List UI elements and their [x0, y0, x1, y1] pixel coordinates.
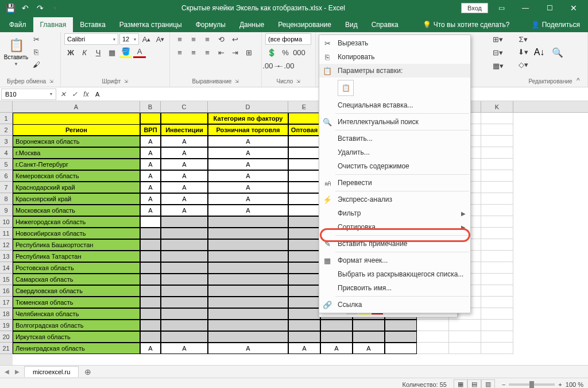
zoom-out-icon[interactable]: − — [502, 381, 505, 388]
number-format-select[interactable]: (все форма — [265, 33, 311, 45]
cm-filter[interactable]: Фильтр▶ — [319, 206, 470, 220]
cm-delete[interactable]: Удалить... — [319, 145, 470, 159]
cell[interactable]: Оптовая — [288, 124, 320, 136]
row-header[interactable]: 17 — [0, 297, 13, 308]
cell[interactable] — [353, 331, 385, 343]
cell[interactable] — [140, 297, 161, 308]
cell[interactable] — [140, 308, 161, 320]
format-painter-icon[interactable]: 🖌 — [30, 59, 42, 70]
save-icon[interactable]: 💾 — [3, 1, 17, 15]
cm-format-cells[interactable]: ▦Формат ячеек... — [319, 253, 470, 267]
cell[interactable] — [288, 297, 320, 308]
paste-option-icon[interactable]: 📋 — [338, 80, 354, 96]
copy-icon[interactable]: ⎘ — [30, 46, 42, 57]
cell[interactable] — [13, 113, 140, 124]
add-sheet-icon[interactable]: ⊕ — [79, 367, 97, 377]
merge-icon[interactable]: ⊞ — [242, 47, 255, 58]
cell[interactable]: Ленинградская область — [13, 343, 140, 354]
login-button[interactable]: Вход — [461, 3, 488, 13]
cell[interactable] — [481, 320, 513, 331]
cell[interactable]: А — [288, 343, 320, 354]
col-header[interactable]: C — [161, 101, 208, 112]
tab-view[interactable]: Вид — [338, 17, 365, 32]
cell[interactable] — [385, 331, 417, 343]
name-box[interactable]: B10▾ — [1, 89, 56, 100]
cm-define-name[interactable]: Присвоить имя... — [319, 281, 470, 295]
cell[interactable] — [288, 193, 320, 205]
select-all-corner[interactable] — [0, 101, 13, 113]
cell[interactable] — [320, 320, 353, 331]
cell[interactable] — [288, 262, 320, 274]
row-header[interactable]: 10 — [0, 216, 13, 228]
cell[interactable]: Республика Башкортостан — [13, 239, 140, 251]
tab-help[interactable]: Справка — [365, 17, 405, 32]
row-header[interactable]: 18 — [0, 308, 13, 320]
cell[interactable]: А — [208, 193, 288, 205]
cell[interactable] — [385, 343, 417, 354]
align-right-icon[interactable]: ≡ — [201, 47, 214, 58]
cell[interactable] — [481, 228, 513, 239]
orientation-icon[interactable]: ⟲ — [215, 33, 227, 45]
tab-review[interactable]: Рецензирование — [271, 17, 338, 32]
sort-filter-button[interactable]: A↓ — [531, 33, 548, 71]
ribbon-options-icon[interactable]: ▭ — [490, 0, 512, 16]
cell[interactable]: Краснодарский край — [13, 182, 140, 193]
cell[interactable]: Кемеровская область — [13, 170, 140, 182]
cell[interactable] — [288, 182, 320, 193]
fill-icon[interactable]: ⬇▾ — [517, 46, 529, 57]
cell[interactable] — [208, 239, 288, 251]
cell[interactable]: Ростовская область — [13, 262, 140, 274]
cells-format-icon[interactable]: ▦▾ — [492, 60, 504, 71]
cell[interactable]: Самарская область — [13, 274, 140, 285]
cell[interactable] — [481, 182, 513, 193]
cell[interactable]: Тюменская область — [13, 297, 140, 308]
tab-file[interactable]: Файл — [2, 17, 33, 32]
cell[interactable] — [161, 216, 208, 228]
row-header[interactable]: 14 — [0, 262, 13, 274]
cell[interactable] — [288, 285, 320, 297]
cell[interactable]: А — [161, 205, 208, 216]
cell[interactable] — [449, 320, 481, 331]
find-select-button[interactable]: 🔍 — [549, 33, 566, 71]
decrease-decimal-icon[interactable]: ←.00 — [279, 60, 292, 71]
cell[interactable]: А — [208, 182, 288, 193]
tell-me-search[interactable]: 💡 Что вы хотите сделать? — [417, 17, 516, 32]
cell[interactable]: А — [161, 136, 208, 147]
cell[interactable] — [481, 285, 513, 297]
col-header[interactable]: A — [13, 101, 140, 112]
cell[interactable]: А — [208, 205, 288, 216]
cell[interactable]: Новосибирская область — [13, 228, 140, 239]
collapse-ribbon-icon[interactable]: ^ — [577, 76, 586, 86]
cell[interactable]: А — [208, 343, 288, 354]
cell[interactable]: Республика Татарстан — [13, 251, 140, 262]
cell[interactable]: ВРП — [140, 124, 161, 136]
cell[interactable]: А — [208, 136, 288, 147]
underline-button[interactable]: Ч — [92, 47, 105, 58]
fx-icon[interactable]: fx — [80, 90, 92, 98]
cell[interactable]: А — [140, 343, 161, 354]
sheet-tab[interactable]: microexcel.ru — [24, 366, 79, 377]
view-normal-icon[interactable]: ▦ — [454, 379, 467, 389]
cell[interactable] — [288, 331, 320, 343]
cell[interactable] — [481, 262, 513, 274]
cell[interactable]: Категория по фактору — [208, 113, 288, 124]
cell[interactable] — [140, 274, 161, 285]
cell[interactable] — [417, 320, 449, 331]
cell[interactable] — [288, 170, 320, 182]
cell[interactable]: А — [140, 136, 161, 147]
align-left-icon[interactable]: ≡ — [173, 47, 186, 58]
tab-data[interactable]: Данные — [233, 17, 271, 32]
close-icon[interactable]: ✕ — [563, 0, 585, 16]
cell[interactable] — [161, 308, 208, 320]
cell[interactable]: А — [140, 182, 161, 193]
cell[interactable] — [288, 274, 320, 285]
cut-icon[interactable]: ✂ — [30, 33, 42, 45]
cm-link[interactable]: 🔗Ссылка — [319, 298, 470, 312]
cell[interactable]: А — [161, 193, 208, 205]
cell[interactable] — [288, 320, 320, 331]
cell[interactable] — [449, 343, 481, 354]
cell[interactable] — [481, 159, 513, 170]
cell[interactable]: А — [208, 147, 288, 159]
sheet-prev-icon[interactable]: ◀ — [5, 368, 9, 375]
cell[interactable]: г.Санкт-Петербург — [13, 159, 140, 170]
